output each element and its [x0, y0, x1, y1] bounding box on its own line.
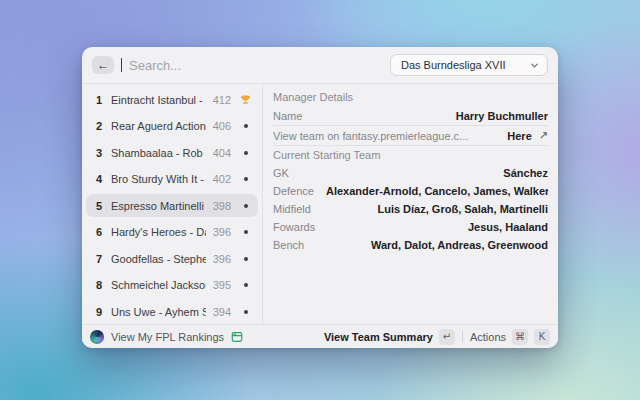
cmd-key-badge: ⌘: [512, 329, 528, 345]
team-link-label: View team on fantasy.premierleague.c...: [273, 130, 468, 142]
primary-action-button[interactable]: View Team Summary ↵: [324, 329, 455, 345]
name-value: Harry Buchmuller: [314, 110, 548, 122]
footer-divider: [462, 331, 463, 342]
bullet-icon: [238, 283, 253, 287]
bullet-icon: [238, 124, 253, 128]
league-dropdown-value: Das Burndesliga XVII: [401, 59, 506, 71]
section-title-manager-details: Manager Details: [273, 88, 548, 106]
actions-label: Actions: [470, 331, 506, 343]
launcher-window: ← Das Burndesliga XVII 1 Eintracht Istan…: [82, 47, 558, 348]
name-row: Name Harry Buchmuller: [273, 106, 548, 126]
team-link[interactable]: Here ↗: [507, 129, 548, 142]
extension-icon: [90, 330, 104, 344]
manager-title: Rear Aguerd Action - M...: [111, 120, 206, 132]
bullet-icon: [238, 230, 253, 234]
defence-row: Defence Alexander-Arnold, Cancelo, James…: [273, 182, 548, 200]
manager-title: Goodfellas - Stephen Fi...: [111, 253, 206, 265]
header: ← Das Burndesliga XVII: [82, 47, 558, 84]
text-caret: [121, 58, 122, 72]
points-value: 412: [213, 94, 231, 106]
detail-panel: Manager Details Name Harry Buchmuller Vi…: [263, 84, 558, 324]
rank-number: 1: [94, 94, 104, 106]
manager-title: Espresso Martinelli - Ha...: [111, 200, 206, 212]
list-item-selected[interactable]: 5 Espresso Martinelli - Ha... 398: [86, 194, 258, 217]
k-key-badge: K: [534, 329, 550, 345]
rank-number: 5: [94, 200, 104, 212]
chevron-down-icon: [530, 61, 539, 70]
defence-label: Defence: [273, 185, 314, 197]
points-value: 404: [213, 147, 231, 159]
list-item[interactable]: 6 Hardy's Heroes - Dan H... 396: [86, 221, 258, 244]
bench-row: Bench Ward, Dalot, Andreas, Greenwood: [273, 236, 548, 254]
gk-label: GK: [273, 167, 289, 179]
name-label: Name: [273, 110, 302, 122]
manager-title: Schmeichel Jackson - T...: [111, 279, 206, 291]
main-content: 1 Eintracht Istanbul - Ole-... 412 2 Rea…: [82, 84, 558, 324]
bullet-icon: [238, 310, 253, 314]
search-input[interactable]: [129, 58, 383, 73]
footer-bar: View My FPL Rankings View Team Summary ↵…: [82, 324, 558, 348]
manager-title: Uns Uwe - Ayhem Saleh: [111, 306, 206, 318]
manager-title: Bro Sturdy With It - Sco...: [111, 173, 206, 185]
enter-key-badge: ↵: [439, 329, 455, 345]
manager-title: Shambaalaa - Rob Hami...: [111, 147, 206, 159]
list-item[interactable]: 1 Eintracht Istanbul - Ole-... 412: [86, 88, 258, 111]
team-link-row: View team on fantasy.premierleague.c... …: [273, 126, 548, 146]
bench-value: Ward, Dalot, Andreas, Greenwood: [316, 239, 548, 251]
midfield-label: Midfield: [273, 203, 311, 215]
points-value: 394: [213, 306, 231, 318]
midfield-value: Luis Díaz, Groß, Salah, Martinelli: [323, 203, 548, 215]
rank-number: 6: [94, 226, 104, 238]
back-arrow-icon: ←: [97, 59, 109, 71]
list-item[interactable]: 8 Schmeichel Jackson - T... 395: [86, 274, 258, 297]
points-value: 396: [213, 226, 231, 238]
command-title: View My FPL Rankings: [111, 331, 224, 343]
bullet-icon: [238, 177, 253, 181]
forwards-row: Fowards Jesus, Haaland: [273, 218, 548, 236]
rank-number: 9: [94, 306, 104, 318]
manager-title: Hardy's Heroes - Dan H...: [111, 226, 206, 238]
forwards-value: Jesus, Haaland: [327, 221, 548, 233]
list-item[interactable]: 2 Rear Aguerd Action - M... 406: [86, 115, 258, 138]
external-link-icon: ↗: [539, 129, 548, 142]
league-dropdown[interactable]: Das Burndesliga XVII: [390, 54, 548, 76]
midfield-row: Midfield Luis Díaz, Groß, Salah, Martine…: [273, 200, 548, 218]
bullet-icon: [238, 204, 253, 208]
rankings-list: 1 Eintracht Istanbul - Ole-... 412 2 Rea…: [82, 84, 263, 324]
rank-number: 4: [94, 173, 104, 185]
section-title-starting-team: Current Starting Team: [273, 146, 548, 164]
list-item[interactable]: 9 Uns Uwe - Ayhem Saleh 394: [86, 300, 258, 323]
forwards-label: Fowards: [273, 221, 315, 233]
bullet-icon: [238, 257, 253, 261]
rank-number: 3: [94, 147, 104, 159]
actions-button[interactable]: Actions ⌘ K: [470, 329, 550, 345]
gk-row: GK Sánchez: [273, 164, 548, 182]
points-value: 396: [213, 253, 231, 265]
bench-label: Bench: [273, 239, 304, 251]
team-card-icon: [231, 331, 243, 343]
list-item[interactable]: 7 Goodfellas - Stephen Fi... 396: [86, 247, 258, 270]
list-item[interactable]: 3 Shambaalaa - Rob Hami... 404: [86, 141, 258, 164]
manager-title: Eintracht Istanbul - Ole-...: [111, 94, 206, 106]
points-value: 395: [213, 279, 231, 291]
rank-number: 7: [94, 253, 104, 265]
team-link-text: Here: [507, 130, 531, 142]
points-value: 406: [213, 120, 231, 132]
primary-action-label: View Team Summary: [324, 331, 433, 343]
defence-value: Alexander-Arnold, Cancelo, James, Walker: [326, 185, 548, 197]
list-item[interactable]: 4 Bro Sturdy With It - Sco... 402: [86, 168, 258, 191]
bullet-icon: [238, 151, 253, 155]
back-button[interactable]: ←: [92, 56, 114, 74]
gk-value: Sánchez: [301, 167, 548, 179]
points-value: 402: [213, 173, 231, 185]
rank-number: 8: [94, 279, 104, 291]
trophy-icon: [238, 94, 253, 105]
points-value: 398: [213, 200, 231, 212]
rank-number: 2: [94, 120, 104, 132]
